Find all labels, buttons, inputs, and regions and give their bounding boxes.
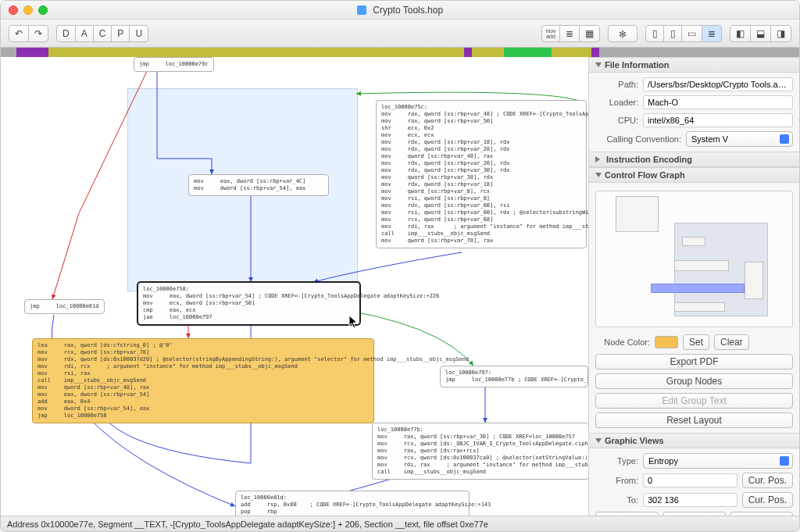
- sidebar-left-icon: ◧: [736, 28, 745, 39]
- calling-conv-label: Calling Convention:: [595, 134, 681, 144]
- reset-layout-button[interactable]: Reset Layout: [595, 412, 793, 428]
- status-text: Address 0x10000e77e, Segment __TEXT, -[C…: [7, 520, 488, 529]
- cfg-node[interactable]: loc_10000e75c: mov rax, qword [ss:rbp+va…: [376, 100, 587, 248]
- gear-icon: ✻: [614, 26, 631, 43]
- section-instruction-encoding[interactable]: Instruction Encoding: [589, 152, 799, 167]
- section-title: Graphic Views: [605, 436, 664, 445]
- section-title: Instruction Encoding: [606, 155, 692, 164]
- disclosure-triangle-icon: [595, 156, 603, 162]
- loader-label: Loader:: [595, 98, 638, 107]
- view-seg-1: mov add ≣ ▦: [541, 25, 600, 42]
- cfg-node-selected[interactable]: loc_10000e758: mov eax, dword [ss:rbp+va…: [138, 282, 360, 325]
- to-label: To:: [595, 495, 638, 505]
- titlebar: Crypto Tools.hop: [1, 1, 799, 20]
- cfg-node[interactable]: loc_10000e77b: mov rax, qword [ss:rbp+va…: [372, 423, 588, 480]
- type-value: Entropy: [648, 456, 678, 466]
- cfg-node[interactable]: loc_10000e81d: add rsp, 0x80 ; CODE XREF…: [235, 491, 470, 516]
- content: jmp loc_10000e79c jmp loc_10000e81d mov …: [1, 57, 799, 516]
- window-title: Crypto Tools.hop: [1, 5, 799, 16]
- cfg-thumbnail[interactable]: [595, 191, 793, 327]
- disclosure-triangle-icon: [595, 438, 602, 443]
- cfg-canvas[interactable]: jmp loc_10000e79c jmp loc_10000e81d mov …: [1, 57, 588, 516]
- calling-conv-select[interactable]: System V: [686, 131, 793, 147]
- segment-minimap[interactable]: [1, 48, 799, 57]
- sidebar: File Information Path:/Users/bsr/Desktop…: [588, 57, 799, 516]
- export-pdf-button[interactable]: Export PDF: [595, 354, 793, 370]
- cfg-node[interactable]: jmp loc_10000e81d: [24, 299, 105, 314]
- section-file-info[interactable]: File Information: [589, 57, 799, 73]
- panel-bottom-icon: ▭: [688, 28, 696, 39]
- type-select[interactable]: Entropy: [643, 453, 793, 469]
- file-info-body: Path:/Users/bsr/Desktop/Crypto Tools.app…: [589, 73, 799, 152]
- clear-color-button[interactable]: Clear: [714, 334, 749, 350]
- back-button[interactable]: ↶: [9, 25, 29, 42]
- to-value[interactable]: 302 136: [643, 493, 738, 507]
- sidebar-bottom-icon: ⬓: [756, 28, 765, 39]
- edit-group-text-button[interactable]: Edit Group Text: [595, 393, 793, 409]
- section-graphic-views[interactable]: Graphic Views: [589, 433, 799, 448]
- section-title: Control Flow Graph: [605, 170, 685, 180]
- pane-4[interactable]: ≣: [702, 25, 722, 42]
- section-title: File Information: [605, 60, 670, 70]
- mode-p-button[interactable]: P: [111, 25, 130, 42]
- path-value: /Users/bsr/Desktop/Crypto Tools.app/Cont…: [643, 77, 793, 91]
- loader-value: Mach-O: [643, 95, 793, 109]
- set-color-button[interactable]: Set: [683, 334, 709, 350]
- debugger-button[interactable]: ✻: [608, 25, 638, 42]
- grid-icon: ▦: [585, 28, 594, 39]
- panel-mid-icon: ▯: [670, 28, 676, 39]
- section-cfg[interactable]: Control Flow Graph: [589, 167, 799, 183]
- mode-c-button[interactable]: C: [93, 25, 112, 42]
- type-label: Type:: [595, 456, 638, 466]
- view-graph[interactable]: ▦: [579, 25, 600, 42]
- toggle-right-panel[interactable]: ◨: [770, 25, 791, 42]
- asm-toggle[interactable]: mov add: [541, 25, 560, 42]
- path-label: Path:: [595, 80, 638, 89]
- view-hex[interactable]: ≣: [559, 25, 580, 42]
- panel-toggle-seg: ◧ ⬓ ◨: [730, 25, 791, 42]
- mode-seg: D A C P U: [56, 25, 148, 42]
- mode-a-button[interactable]: A: [75, 25, 94, 42]
- list-icon: ≣: [708, 28, 716, 39]
- window: Crypto Tools.hop ↶ ↷ D A C P U mov add ≣…: [0, 0, 800, 532]
- disclosure-triangle-icon: [595, 62, 602, 67]
- cfg-node-highlight[interactable]: lea rax, qword [ds:cfstring_0] ; @"0" mo…: [32, 338, 374, 423]
- toolbar: ↶ ↷ D A C P U mov add ≣ ▦ ✻ ▯ ▯ ▭ ≣ ◧ ⬓ …: [1, 20, 799, 48]
- nav-seg: ↶ ↷: [9, 25, 48, 42]
- color-swatch[interactable]: [655, 336, 678, 348]
- to-curpos-button[interactable]: Cur. Pos.: [742, 492, 793, 508]
- cfg-node[interactable]: mov eax, dword [ss:rbp+var_4C] mov dword…: [188, 174, 329, 196]
- node-color-label: Node Color:: [595, 337, 650, 347]
- group-nodes-button[interactable]: Group Nodes: [595, 373, 793, 389]
- mouse-cursor-icon: [348, 315, 359, 329]
- mode-u-button[interactable]: U: [129, 25, 148, 42]
- cfg-node[interactable]: loc_10000e797: jmp loc_10000e77b ; CODE …: [440, 366, 588, 387]
- lines-icon: ≣: [566, 28, 573, 39]
- pane-2[interactable]: ▯: [663, 25, 682, 42]
- statusbar: Address 0x10000e77e, Segment __TEXT, -[C…: [1, 516, 799, 531]
- cpu-label: CPU:: [595, 116, 638, 125]
- forward-button[interactable]: ↷: [28, 25, 48, 42]
- chevron-left-icon: ↶: [15, 28, 23, 39]
- pane-3[interactable]: ▭: [681, 25, 702, 42]
- window-title-text: Crypto Tools.hop: [373, 5, 443, 16]
- document-icon: [357, 5, 366, 15]
- from-value[interactable]: 0: [643, 473, 738, 487]
- pane-seg: ▯ ▯ ▭ ≣: [645, 25, 722, 42]
- toggle-left-panel[interactable]: ◧: [730, 25, 751, 42]
- sidebar-right-icon: ◨: [777, 28, 785, 39]
- cpu-value: intel/x86_64: [643, 113, 793, 127]
- mode-d-button[interactable]: D: [56, 25, 76, 42]
- pane-1[interactable]: ▯: [645, 25, 664, 42]
- toggle-bottom-panel[interactable]: ⬓: [750, 25, 771, 42]
- panel-left-icon: ▯: [652, 28, 658, 39]
- cfg-node[interactable]: jmp loc_10000e79c: [134, 57, 214, 72]
- chevron-right-icon: ↷: [34, 28, 42, 39]
- disclosure-triangle-icon: [595, 173, 602, 177]
- from-label: From:: [595, 476, 638, 485]
- calling-conv-value: System V: [691, 134, 728, 144]
- from-curpos-button[interactable]: Cur. Pos.: [742, 473, 793, 488]
